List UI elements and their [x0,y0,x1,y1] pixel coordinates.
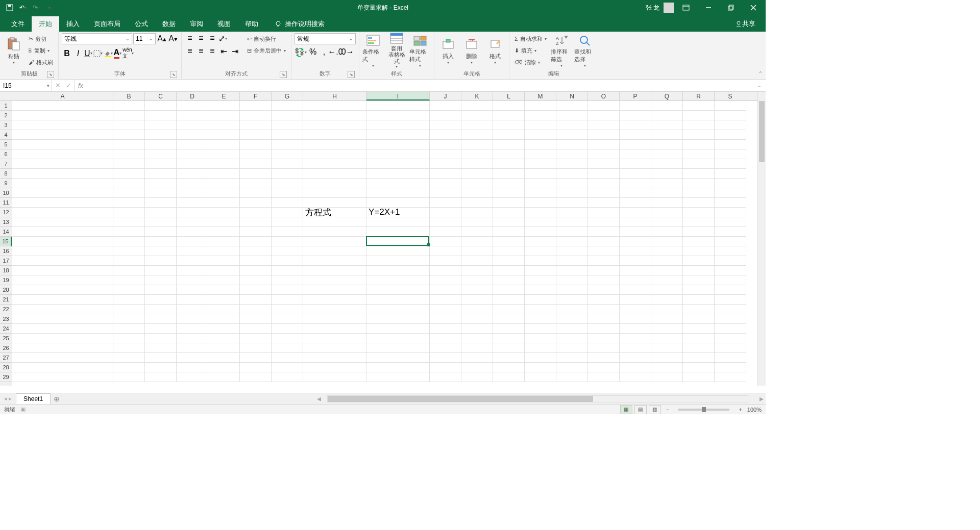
cell-F23[interactable] [240,314,272,324]
row-header-22[interactable]: 22 [0,305,12,314]
cell-I29[interactable] [366,372,430,382]
cell-P15[interactable] [620,237,651,246]
cell-F26[interactable] [240,343,272,353]
cell-D25[interactable] [177,334,208,343]
cell-E12[interactable] [208,208,240,217]
cell-N5[interactable] [556,140,588,149]
cell-Q1[interactable] [651,101,683,111]
cell-C17[interactable] [145,256,177,266]
cell-D28[interactable] [177,363,208,372]
cell-H15[interactable] [303,237,366,246]
cell-M8[interactable] [525,169,556,179]
cell-S28[interactable] [715,363,746,372]
cell-F8[interactable] [240,169,272,179]
cell-O11[interactable] [588,198,620,208]
cell-S10[interactable] [715,188,746,198]
cell-K5[interactable] [461,140,493,149]
cell-J21[interactable] [430,295,461,305]
vertical-scrollbar[interactable] [757,92,766,386]
border-button[interactable]: ▾ [93,50,103,57]
cell-F15[interactable] [240,237,272,246]
cell-L26[interactable] [493,343,525,353]
cell-P12[interactable] [620,208,651,217]
find-select-button[interactable]: 查找和选择▾ [574,33,596,68]
cell-O23[interactable] [588,314,620,324]
cell-P21[interactable] [620,295,651,305]
col-header-B[interactable]: B [113,92,145,100]
cell-G4[interactable] [272,130,303,140]
cell-N16[interactable] [556,246,588,256]
cell-H27[interactable] [303,353,366,363]
cell-D11[interactable] [177,198,208,208]
cell-S9[interactable] [715,179,746,188]
cell-P7[interactable] [620,159,651,169]
cell-E14[interactable] [208,227,240,237]
cell-L11[interactable] [493,198,525,208]
cell-P13[interactable] [620,217,651,227]
row-header-9[interactable]: 9 [0,179,12,188]
cell-R3[interactable] [683,120,715,130]
cell-H3[interactable] [303,120,366,130]
cell-B6[interactable] [113,149,145,159]
cell-L25[interactable] [493,334,525,343]
cell-R8[interactable] [683,169,715,179]
cell-O13[interactable] [588,217,620,227]
row-header-10[interactable]: 10 [0,188,12,198]
cell-B16[interactable] [113,246,145,256]
cell-N9[interactable] [556,179,588,188]
cell-G29[interactable] [272,372,303,382]
cell-A26[interactable] [12,343,113,353]
cell-C21[interactable] [145,295,177,305]
cell-P9[interactable] [620,179,651,188]
cell-F22[interactable] [240,305,272,314]
cell-G9[interactable] [272,179,303,188]
cell-O16[interactable] [588,246,620,256]
row-header-6[interactable]: 6 [0,149,12,159]
cell-M24[interactable] [525,324,556,334]
minimize-button[interactable] [698,0,719,15]
cell-H29[interactable] [303,372,366,382]
cell-J17[interactable] [430,256,461,266]
cell-O5[interactable] [588,140,620,149]
cell-A5[interactable] [12,140,113,149]
cell-R16[interactable] [683,246,715,256]
cell-P6[interactable] [620,149,651,159]
outdent-button[interactable]: ⇤ [218,46,229,56]
row-header-4[interactable]: 4 [0,130,12,140]
cell-R26[interactable] [683,343,715,353]
cell-I14[interactable] [366,227,430,237]
cell-N24[interactable] [556,324,588,334]
cell-F18[interactable] [240,266,272,275]
cell-A18[interactable] [12,266,113,275]
bold-button[interactable]: B [62,48,72,59]
format-table-button[interactable]: 套用 表格格式▾ [386,33,407,68]
cell-K3[interactable] [461,120,493,130]
cell-H25[interactable] [303,334,366,343]
cell-C22[interactable] [145,305,177,314]
cell-K18[interactable] [461,266,493,275]
expand-formula-bar[interactable]: ⌄ [753,80,766,91]
cell-P10[interactable] [620,188,651,198]
cell-L8[interactable] [493,169,525,179]
cell-K9[interactable] [461,179,493,188]
cell-I20[interactable] [366,285,430,295]
cell-C16[interactable] [145,246,177,256]
cell-C2[interactable] [145,111,177,120]
cell-A22[interactable] [12,305,113,314]
col-header-M[interactable]: M [525,92,556,100]
cell-C11[interactable] [145,198,177,208]
cell-S13[interactable] [715,217,746,227]
cell-A25[interactable] [12,334,113,343]
grow-font-button[interactable]: A▴ [157,34,167,44]
cell-D24[interactable] [177,324,208,334]
cell-I15[interactable] [366,237,430,246]
cell-L27[interactable] [493,353,525,363]
cell-E28[interactable] [208,363,240,372]
cell-S22[interactable] [715,305,746,314]
cell-E11[interactable] [208,198,240,208]
cell-R7[interactable] [683,159,715,169]
cell-P18[interactable] [620,266,651,275]
row-header-14[interactable]: 14 [0,227,12,237]
cell-Q3[interactable] [651,120,683,130]
col-header-F[interactable]: F [240,92,272,100]
